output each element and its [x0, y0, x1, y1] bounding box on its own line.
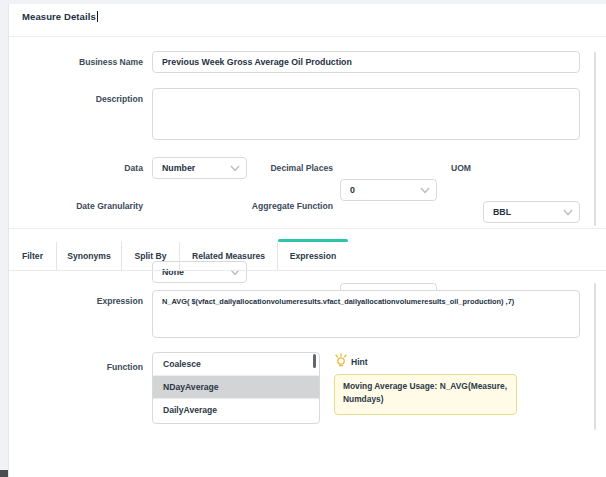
text-cursor [97, 11, 98, 22]
data-type-value: Number [162, 163, 195, 173]
function-option-dailyaverage[interactable]: DailyAverage [153, 399, 319, 422]
tab-label: Expression [290, 251, 336, 261]
page-gutter [0, 0, 8, 477]
function-option-coalesce[interactable]: Coalesce [153, 353, 319, 376]
lightbulb-icon [334, 353, 348, 367]
chevron-down-icon [420, 187, 430, 194]
content-left-border [8, 4, 9, 477]
page-title-text: Measure Details [22, 11, 96, 22]
description-textarea[interactable] [152, 88, 580, 140]
tab-synonyms[interactable]: Synonyms [57, 242, 122, 270]
date-granularity-label: Date Granularity [40, 201, 143, 211]
expression-textarea[interactable]: N_AVG( $(vfact_dailyallocationvolumeresu… [152, 290, 580, 338]
bottom-panel-scrollbar[interactable] [594, 283, 596, 430]
section-divider [9, 228, 606, 229]
tab-label: Filter [22, 251, 43, 261]
page-title[interactable]: Measure Details [22, 11, 98, 22]
tab-label: Related Measures [192, 251, 265, 261]
uom-select[interactable]: BBL [483, 201, 580, 223]
tab-filter[interactable]: Filter [9, 242, 57, 270]
function-listbox: Coalesce NDayAverage DailyAverage [152, 352, 320, 424]
description-label: Description [40, 94, 143, 104]
tab-label: Synonyms [67, 251, 110, 261]
aggregate-function-label: Aggregate Function [230, 201, 333, 211]
tab-bar: Filter Synonyms Split By Related Measure… [9, 242, 606, 271]
uom-value: BBL [493, 207, 511, 217]
data-type-label: Data [40, 163, 143, 173]
tab-split-by[interactable]: Split By [122, 242, 180, 270]
top-panel-scrollbar[interactable] [594, 52, 596, 226]
hint-title: Hint [351, 357, 368, 367]
top-gutter [0, 0, 606, 4]
function-option-ndayaverage[interactable]: NDayAverage [153, 376, 319, 399]
tab-label: Split By [135, 251, 167, 261]
business-name-label: Business Name [40, 57, 143, 67]
hint-box: Moving Average Usage: N_AVG(Measure, Num… [334, 374, 517, 415]
chevron-down-icon [563, 209, 573, 216]
header-divider [9, 36, 606, 37]
business-name-input[interactable] [152, 51, 580, 73]
decimal-places-value: 0 [350, 185, 355, 195]
function-list-scrollbar[interactable] [313, 354, 316, 368]
decimal-places-label: Decimal Places [230, 163, 333, 173]
tab-expression[interactable]: Expression [278, 242, 348, 270]
expression-label: Expression [40, 296, 143, 306]
decimal-places-select[interactable]: 0 [340, 179, 437, 201]
uom-label: UOM [410, 163, 471, 173]
function-label: Function [40, 362, 143, 372]
tab-related-measures[interactable]: Related Measures [180, 242, 278, 270]
corner-notch [0, 470, 8, 477]
